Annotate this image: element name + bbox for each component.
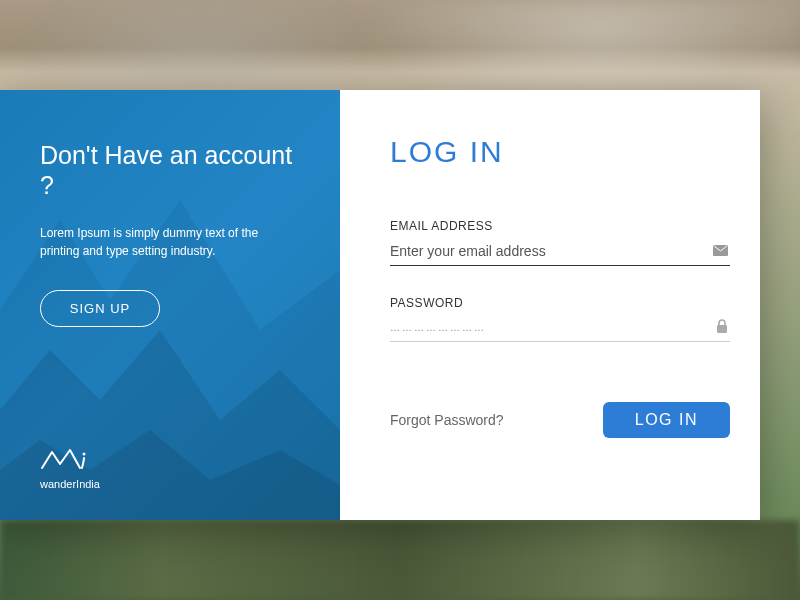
login-actions-row: Forgot Password? LOG IN <box>390 402 730 438</box>
password-field-group: PASSWORD …………………… <box>390 296 730 342</box>
password-label: PASSWORD <box>390 296 730 310</box>
email-field-group: EMAIL ADDRESS <box>390 219 730 266</box>
svg-point-3 <box>83 453 86 456</box>
signup-description: Lorem Ipsum is simply dummy text of the … <box>40 224 300 260</box>
lock-icon <box>716 319 728 337</box>
brand-logo: wanderIndia <box>40 446 300 490</box>
brand-name: wanderIndia <box>40 478 300 490</box>
email-input[interactable] <box>390 237 730 265</box>
signup-title: Don't Have an account ? <box>40 140 300 200</box>
svg-marker-1 <box>0 330 340 520</box>
logo-icon <box>40 446 90 472</box>
auth-card: Don't Have an account ? Lorem Ipsum is s… <box>0 90 760 520</box>
forgot-password-link[interactable]: Forgot Password? <box>390 412 504 428</box>
password-input-wrapper[interactable]: …………………… <box>390 314 730 342</box>
email-label: EMAIL ADDRESS <box>390 219 730 233</box>
login-panel: LOG IN EMAIL ADDRESS PASSWORD …………………… <box>340 90 760 520</box>
login-button[interactable]: LOG IN <box>603 402 730 438</box>
envelope-icon <box>713 242 728 260</box>
background-clouds <box>0 0 800 90</box>
signup-content: Don't Have an account ? Lorem Ipsum is s… <box>40 140 300 327</box>
svg-rect-5 <box>717 325 727 333</box>
password-input[interactable]: …………………… <box>390 314 730 341</box>
login-title: LOG IN <box>390 135 730 169</box>
signup-panel: Don't Have an account ? Lorem Ipsum is s… <box>0 90 340 520</box>
signup-button[interactable]: SIGN UP <box>40 290 160 327</box>
background-terrain <box>0 520 800 600</box>
email-input-wrapper <box>390 237 730 266</box>
